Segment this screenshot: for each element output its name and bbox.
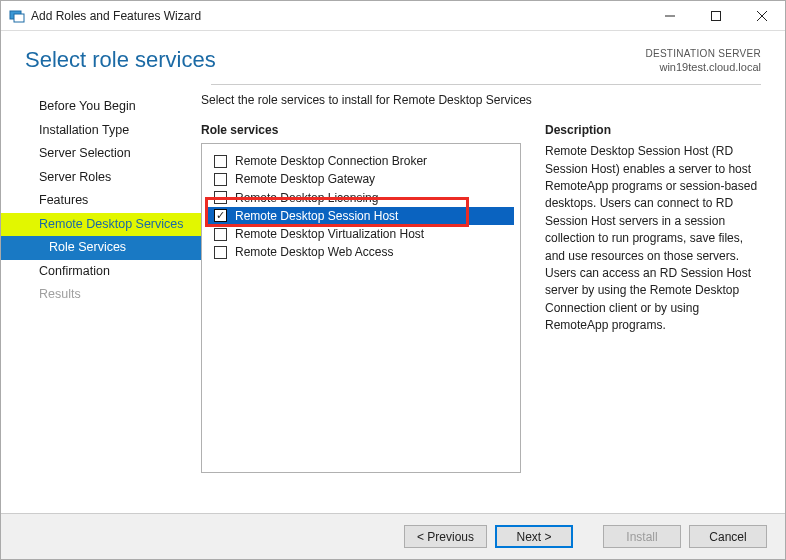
role-label: Remote Desktop Licensing xyxy=(235,190,378,206)
roles-heading: Role services xyxy=(201,123,521,137)
minimize-button[interactable] xyxy=(647,1,693,31)
previous-button[interactable]: < Previous xyxy=(404,525,487,548)
nav-role-services[interactable]: Role Services xyxy=(1,236,201,260)
role-row-connection-broker[interactable]: Remote Desktop Connection Broker xyxy=(208,152,514,170)
role-row-virtualization-host[interactable]: Remote Desktop Virtualization Host xyxy=(208,225,514,243)
description-column: Description Remote Desktop Session Host … xyxy=(545,123,765,473)
install-button: Install xyxy=(603,525,681,548)
nav-server-selection[interactable]: Server Selection xyxy=(1,142,201,166)
role-row-licensing[interactable]: Remote Desktop Licensing xyxy=(208,189,514,207)
role-services-list[interactable]: Remote Desktop Connection Broker Remote … xyxy=(201,143,521,473)
maximize-button[interactable] xyxy=(693,1,739,31)
content: Before You Begin Installation Type Serve… xyxy=(1,85,785,473)
checkbox-icon[interactable] xyxy=(214,246,227,259)
window-controls xyxy=(647,1,785,31)
destination-server-block: DESTINATION SERVER win19test.cloud.local xyxy=(645,47,761,74)
description-text: Remote Desktop Session Host (RD Session … xyxy=(545,143,763,334)
nav-features[interactable]: Features xyxy=(1,189,201,213)
svg-rect-3 xyxy=(712,11,721,20)
destination-server: win19test.cloud.local xyxy=(645,60,761,74)
cancel-button[interactable]: Cancel xyxy=(689,525,767,548)
nav-server-roles[interactable]: Server Roles xyxy=(1,166,201,190)
checkbox-icon[interactable] xyxy=(214,228,227,241)
main-pane: Select the role services to install for … xyxy=(201,91,765,473)
close-button[interactable] xyxy=(739,1,785,31)
description-heading: Description xyxy=(545,123,763,137)
destination-label: DESTINATION SERVER xyxy=(645,47,761,60)
role-label: Remote Desktop Gateway xyxy=(235,171,375,187)
role-label: Remote Desktop Web Access xyxy=(235,244,394,260)
nav-results: Results xyxy=(1,283,201,307)
next-button[interactable]: Next > xyxy=(495,525,573,548)
checkbox-icon[interactable]: ✓ xyxy=(214,209,227,222)
instruction-text: Select the role services to install for … xyxy=(201,93,765,107)
svg-rect-1 xyxy=(14,14,24,22)
header: Select role services DESTINATION SERVER … xyxy=(1,31,785,80)
role-label: Remote Desktop Connection Broker xyxy=(235,153,427,169)
nav-remote-desktop-services[interactable]: Remote Desktop Services xyxy=(1,213,201,237)
window-title: Add Roles and Features Wizard xyxy=(31,9,647,23)
nav-installation-type[interactable]: Installation Type xyxy=(1,119,201,143)
nav-before-you-begin[interactable]: Before You Begin xyxy=(1,95,201,119)
wizard-footer: < Previous Next > Install Cancel xyxy=(1,513,785,559)
checkbox-icon[interactable] xyxy=(214,173,227,186)
titlebar: Add Roles and Features Wizard xyxy=(1,1,785,31)
roles-column: Role services Remote Desktop Connection … xyxy=(201,123,521,473)
role-row-gateway[interactable]: Remote Desktop Gateway xyxy=(208,170,514,188)
app-icon xyxy=(9,8,25,24)
role-label: Remote Desktop Virtualization Host xyxy=(235,226,424,242)
role-row-session-host[interactable]: ✓ Remote Desktop Session Host xyxy=(208,207,514,225)
checkbox-icon[interactable] xyxy=(214,191,227,204)
nav-confirmation[interactable]: Confirmation xyxy=(1,260,201,284)
checkbox-icon[interactable] xyxy=(214,155,227,168)
page-title: Select role services xyxy=(25,47,216,73)
role-label: Remote Desktop Session Host xyxy=(235,208,398,224)
wizard-nav: Before You Begin Installation Type Serve… xyxy=(1,91,201,473)
role-row-web-access[interactable]: Remote Desktop Web Access xyxy=(208,243,514,261)
